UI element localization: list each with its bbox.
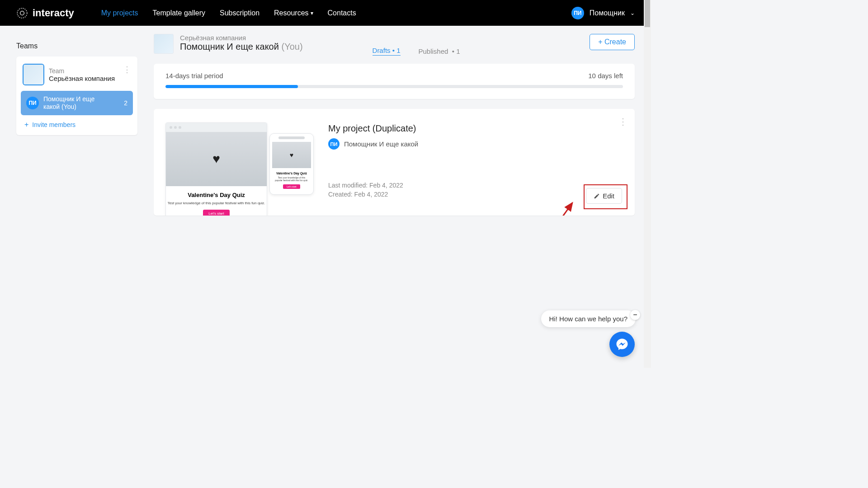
project-card: ⋮ Valentine's Day Quiz Test your knowled… [154, 109, 635, 216]
tab-published[interactable]: Published • 1 [419, 47, 460, 55]
project-preview: Valentine's Day Quiz Test your knowledge… [165, 122, 315, 216]
project-dates: Last modified: Feb 4, 2022 Created: Feb … [328, 181, 623, 199]
trial-remaining: 10 days left [588, 72, 623, 80]
member-count: 2 [124, 99, 127, 107]
member-avatar: ПИ [26, 97, 39, 109]
page-body: Teams Team Серьёзная компания ⋮ ПИ Помощ… [0, 26, 651, 224]
trial-progress-fill [165, 85, 298, 88]
project-filter-tabs: Drafts • 1 Published • 1 [373, 47, 460, 56]
company-thumbnail [154, 34, 174, 54]
kebab-menu-icon[interactable]: ⋮ [618, 116, 627, 127]
member-name-line2: какой (You) [43, 103, 94, 111]
project-title: My project (Duplicate) [328, 123, 623, 134]
brand-name: interacty [33, 7, 74, 19]
preview-subtitle: Test your knowledge of this popular fest… [166, 201, 267, 205]
chat-text: Hi! How can we help you? [549, 315, 627, 323]
nav-resources[interactable]: Resources ▾ [274, 9, 313, 17]
chevron-down-icon: ⌄ [630, 10, 635, 16]
mobile-preview: Valentine's Day Quiz Test your knowledge… [269, 133, 314, 195]
brand-logo[interactable]: interacty [16, 7, 74, 19]
nav-contacts[interactable]: Contacts [328, 9, 356, 17]
scroll-thumb[interactable] [645, 0, 650, 27]
project-owner: ПИ Помощник И еще какой [328, 138, 623, 150]
team-card: Team Серьёзная компания ⋮ ПИ Помощник И … [16, 56, 137, 135]
preview-title: Valentine's Day Quiz [166, 192, 267, 198]
project-info: My project (Duplicate) ПИ Помощник И еще… [328, 122, 623, 216]
trial-card: 14-days trial period 10 days left [154, 64, 635, 99]
user-name-label: Помощник [590, 9, 625, 17]
preview-cta: Let's start [283, 184, 300, 189]
app-header: interacty My projects Template gallery S… [0, 0, 651, 26]
svg-point-0 [17, 8, 27, 18]
chat-fab[interactable] [609, 332, 635, 357]
owner-name: Помощник И еще какой (You) [180, 42, 303, 52]
trial-label: 14-days trial period [165, 72, 223, 80]
edit-button[interactable]: Edit [586, 188, 622, 204]
main-content: Серьёзная компания Помощник И еще какой … [154, 34, 635, 216]
scrollbar[interactable]: ▲ [644, 0, 651, 368]
messenger-icon [615, 338, 629, 351]
svg-point-1 [20, 11, 24, 15]
logo-icon [16, 7, 28, 19]
content-header-left: Серьёзная компания Помощник И еще какой … [154, 34, 460, 56]
preview-title: Valentine's Day Quiz [272, 172, 311, 175]
create-button[interactable]: + Create [590, 34, 635, 50]
edit-label: Edit [603, 192, 614, 200]
chevron-down-icon: ▾ [311, 10, 313, 16]
preview-cta: Let's start [203, 210, 229, 216]
header-left: interacty My projects Template gallery S… [16, 7, 356, 19]
pencil-icon [594, 193, 600, 199]
owner-avatar: ПИ [328, 138, 340, 150]
user-avatar: ПИ [571, 7, 584, 19]
nav-subscription[interactable]: Subscription [220, 9, 259, 17]
chat-minimize[interactable]: − [630, 310, 640, 320]
hero-image [166, 132, 267, 186]
plus-icon: + [24, 121, 28, 129]
header-user[interactable]: ПИ Помощник ⌄ [571, 7, 635, 19]
team-name: Серьёзная компания [49, 75, 115, 82]
main-nav: My projects Template gallery Subscriptio… [101, 9, 356, 17]
created-date: Created: Feb 4, 2022 [328, 190, 623, 199]
sidebar: Teams Team Серьёзная компания ⋮ ПИ Помощ… [16, 34, 137, 216]
invite-members[interactable]: + Invite members [21, 115, 133, 131]
content-header: Серьёзная компания Помощник И еще какой … [154, 34, 635, 56]
browser-bar [166, 123, 267, 132]
modified-date: Last modified: Feb 4, 2022 [328, 181, 623, 190]
sidebar-title: Teams [16, 42, 137, 50]
tab-drafts[interactable]: Drafts • 1 [373, 47, 401, 56]
team-label: Team [49, 67, 115, 75]
team-member-row[interactable]: ПИ Помощник И еще какой (You) 2 [21, 91, 133, 115]
trial-progress-bar [165, 85, 623, 88]
invite-label: Invite members [32, 121, 75, 128]
team-header[interactable]: Team Серьёзная компания ⋮ [21, 61, 133, 91]
team-thumbnail [23, 64, 44, 85]
chat-bubble[interactable]: Hi! How can we help you? [541, 310, 636, 327]
member-name-line1: Помощник И еще [43, 95, 94, 103]
hero-image [272, 142, 311, 168]
nav-my-projects[interactable]: My projects [101, 9, 138, 17]
kebab-menu-icon[interactable]: ⋮ [123, 65, 131, 75]
company-name: Серьёзная компания [180, 34, 303, 42]
preview-subtitle: Test your knowledge of this popular fest… [272, 176, 311, 182]
desktop-preview: Valentine's Day Quiz Test your knowledge… [165, 122, 267, 216]
owner-name-label: Помощник И еще какой [344, 140, 418, 148]
nav-template-gallery[interactable]: Template gallery [153, 9, 206, 17]
